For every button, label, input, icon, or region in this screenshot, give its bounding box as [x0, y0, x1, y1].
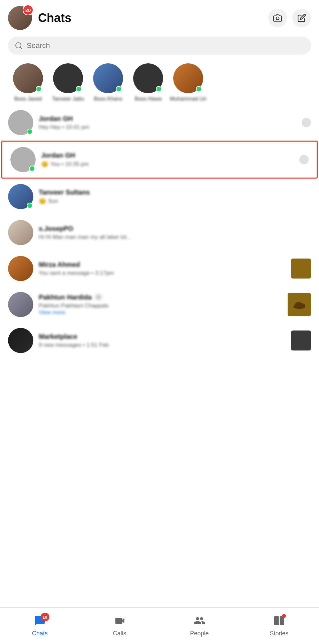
- header-icons: [268, 9, 311, 27]
- chat-name: Pakhtun Hardida 32: [39, 293, 279, 301]
- online-indicator: [29, 166, 35, 172]
- chat-message: 9 new messages • 1:51 Feb: [39, 342, 279, 348]
- chat-content: Pakhtun Hardida 32 Pakhtun Pakhtani Chap…: [39, 293, 279, 316]
- chat-meta: [284, 330, 311, 350]
- chat-content: Jordan GH 😊 You • 10:35 pm: [41, 152, 277, 168]
- chat-message: Hi Hi Man man man my all laker lol...: [39, 234, 279, 241]
- online-indicator: [116, 86, 122, 92]
- story-item[interactable]: Boss Javed: [8, 63, 48, 102]
- chat-meta: [284, 259, 311, 279]
- edit-button[interactable]: [292, 9, 311, 27]
- message-thumbnail: [291, 259, 311, 279]
- people-label: People: [190, 630, 209, 637]
- nav-item-people[interactable]: People: [160, 615, 239, 637]
- camera-button[interactable]: [268, 9, 287, 27]
- svg-rect-4: [274, 616, 279, 625]
- chat-meta: [282, 155, 309, 164]
- online-indicator: [36, 86, 42, 92]
- svg-line-2: [20, 47, 22, 49]
- people-icon: [194, 615, 206, 627]
- chat-name: Mirza Ahmed: [39, 261, 279, 269]
- chat-content: s.JosepPO Hi Hi Man man man my all laker…: [39, 225, 279, 241]
- story-name: Tanveer Jattu: [52, 96, 84, 102]
- online-indicator: [27, 203, 33, 209]
- member-count-badge: 32: [94, 293, 102, 301]
- story-item[interactable]: Boss Hawa: [128, 63, 168, 102]
- story-name: Muhammad Umar: [170, 96, 207, 102]
- story-item[interactable]: Boss Khans: [88, 63, 128, 102]
- chat-name: Jordan GH: [39, 115, 279, 123]
- chats-badge: 10: [41, 613, 49, 621]
- profile-avatar[interactable]: 20: [8, 6, 32, 30]
- chats-label: Chats: [32, 630, 48, 637]
- chat-item[interactable]: Marketplace 9 new messages • 1:51 Feb: [0, 322, 319, 358]
- story-item[interactable]: Tanveer Jattu: [48, 63, 88, 102]
- chat-item[interactable]: Mirza Ahmed You sent a message • 3:17pm: [0, 251, 319, 287]
- stories-dot: [282, 614, 286, 618]
- chat-message: 😊 You • 10:35 pm: [41, 161, 277, 168]
- nav-item-stories[interactable]: Stories: [239, 615, 319, 637]
- online-indicator: [27, 129, 33, 135]
- notification-badge: 20: [23, 5, 33, 15]
- chat-avatar: [8, 110, 33, 135]
- unread-badge: [302, 118, 311, 127]
- chat-avatar: [8, 256, 33, 281]
- nav-item-calls[interactable]: Calls: [80, 615, 160, 637]
- stories-row: Boss Javed Tanveer Jattu Boss Khans Boss…: [0, 60, 319, 105]
- chat-message: You sent a message • 3:17pm: [39, 270, 279, 277]
- search-input[interactable]: [27, 41, 304, 50]
- chat-item[interactable]: Jordan GH Hey Hey • 10:41 pm: [0, 105, 319, 141]
- chat-avatar: [8, 292, 33, 317]
- chat-item-highlighted[interactable]: Jordan GH 😊 You • 10:35 pm: [1, 141, 318, 179]
- nav-icon-chats: 10: [34, 615, 46, 628]
- nav-item-chats[interactable]: 10 Chats: [0, 615, 80, 637]
- chat-avatar: [8, 184, 33, 209]
- chat-name: Jordan GH: [41, 152, 277, 159]
- chat-meta: [284, 118, 311, 127]
- online-indicator: [196, 86, 202, 92]
- svg-point-0: [276, 17, 279, 20]
- chat-avatar: [8, 328, 33, 353]
- calls-label: Calls: [113, 630, 126, 637]
- story-name: Boss Khans: [94, 96, 122, 102]
- page-title: Chats: [38, 11, 268, 25]
- bottom-nav: 10 Chats Calls People Stories: [0, 607, 319, 644]
- chat-item[interactable]: s.JosepPO Hi Hi Man man man my all laker…: [0, 215, 319, 251]
- chat-content: Tanveer Sultans 😊 Sun: [39, 189, 279, 205]
- story-name: Boss Hawa: [135, 96, 162, 102]
- chat-list: Jordan GH Hey Hey • 10:41 pm Jordan GH 😊…: [0, 105, 319, 358]
- message-thumbnail: [288, 293, 311, 316]
- search-bar[interactable]: [8, 37, 311, 55]
- chat-name: s.JosepPO: [39, 225, 279, 233]
- header: 20 Chats: [0, 0, 319, 34]
- chat-name: Tanveer Sultans: [39, 189, 279, 196]
- online-indicator: [76, 86, 82, 92]
- chat-message: Hey Hey • 10:41 pm: [39, 124, 279, 131]
- nav-icon-people: [194, 615, 206, 628]
- stories-label: Stories: [270, 630, 288, 637]
- chat-item[interactable]: Tanveer Sultans 😊 Sun: [0, 179, 319, 215]
- story-name: Boss Javed: [14, 96, 42, 102]
- search-icon: [15, 42, 23, 50]
- nav-icon-calls: [114, 615, 126, 628]
- chat-avatar: [10, 147, 36, 172]
- calls-icon: [114, 615, 126, 627]
- chat-message: 😊 Sun: [39, 198, 279, 205]
- chat-item[interactable]: Pakhtun Hardida 32 Pakhtun Pakhtani Chap…: [0, 287, 319, 322]
- chat-message: Pakhtun Pakhtani Chappals: [39, 303, 279, 309]
- shoe-icon: [293, 300, 306, 310]
- chat-content: Marketplace 9 new messages • 1:51 Feb: [39, 333, 279, 348]
- unread-badge: [299, 155, 309, 164]
- chat-meta: [284, 293, 311, 316]
- chat-link: View more: [39, 309, 279, 316]
- nav-icon-stories: [273, 615, 285, 628]
- chat-content: Jordan GH Hey Hey • 10:41 pm: [39, 115, 279, 131]
- story-item[interactable]: Muhammad Umar: [168, 63, 208, 102]
- chat-avatar: [8, 220, 33, 245]
- chat-content: Mirza Ahmed You sent a message • 3:17pm: [39, 261, 279, 277]
- chat-name: Marketplace: [39, 333, 279, 340]
- online-indicator: [156, 86, 162, 92]
- message-thumbnail: [291, 330, 311, 350]
